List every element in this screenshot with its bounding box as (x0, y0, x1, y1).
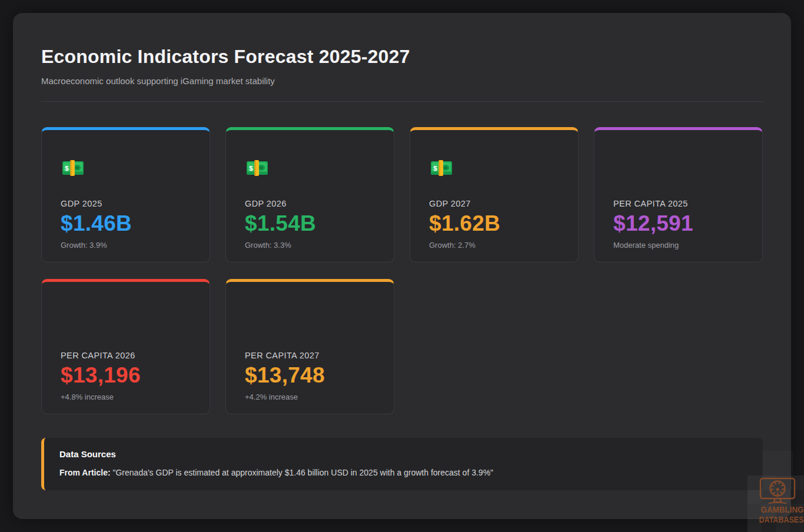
card-value: $12,591 (613, 211, 745, 235)
card-label: GDP 2025 (61, 200, 192, 208)
svg-text:$: $ (65, 165, 69, 172)
card-value: $1.46B (61, 211, 192, 235)
data-sources-text: From Article: "Grenada's GDP is estimate… (59, 467, 747, 478)
data-sources-title: Data Sources (59, 449, 747, 459)
card-label: GDP 2026 (245, 200, 376, 208)
metric-card: PER CAPITA 2026 $13,196 +4.8% increase (41, 279, 210, 414)
metric-card: PER CAPITA 2025 $12,591 Moderate spendin… (594, 127, 763, 262)
metric-card: $ GDP 2026 $1.54B Growth: 3.3% (225, 127, 394, 262)
data-sources-callout: Data Sources From Article: "Grenada's GD… (41, 438, 763, 490)
money-icon: $ (245, 156, 270, 181)
person-icon (245, 308, 270, 332)
metric-card: PER CAPITA 2027 $13,748 +4.2% increase (225, 279, 394, 414)
card-label: PER CAPITA 2027 (245, 351, 376, 360)
data-sources-quote: "Grenada's GDP is estimated at approxima… (111, 468, 493, 477)
watermark-line2: DATABASES (759, 514, 804, 524)
person-icon (613, 156, 638, 181)
card-note: +4.8% increase (61, 393, 192, 401)
metric-card: $ GDP 2027 $1.62B Growth: 2.7% (410, 127, 579, 262)
data-sources-prefix: From Article: (59, 468, 111, 477)
card-label: PER CAPITA 2026 (61, 351, 192, 360)
svg-text:$: $ (249, 165, 253, 172)
svg-text:$: $ (433, 165, 437, 172)
card-note: Growth: 3.3% (245, 241, 376, 250)
slot-machine-monitor-icon: ♠ GAMBLING DATABASES (747, 476, 804, 532)
person-icon (61, 308, 85, 332)
spade-icon: ♠ (776, 485, 780, 493)
watermark-transparency-artifact (762, 451, 793, 476)
page-title: Economic Indicators Forecast 2025-2027 (41, 45, 763, 68)
metric-cards-grid: $ GDP 2025 $1.46B Growth: 3.9% $ GDP 202… (41, 127, 763, 414)
card-value: $13,196 (61, 363, 192, 387)
page-subtitle: Macroeconomic outlook supporting iGaming… (41, 76, 763, 86)
money-icon: $ (61, 156, 85, 181)
header-divider (41, 101, 763, 102)
gambling-databases-watermark: ♠ GAMBLING DATABASES (747, 476, 804, 532)
money-icon: $ (429, 156, 454, 181)
card-note: Moderate spending (613, 241, 745, 250)
card-label: GDP 2027 (429, 200, 560, 208)
card-value: $1.62B (429, 211, 560, 235)
card-note: Growth: 3.9% (61, 241, 192, 250)
card-note: +4.2% increase (245, 393, 376, 401)
card-value: $13,748 (245, 363, 376, 387)
metric-card: $ GDP 2025 $1.46B Growth: 3.9% (41, 127, 210, 262)
dashboard-panel: Economic Indicators Forecast 2025-2027 M… (13, 13, 791, 519)
watermark-line1: GAMBLING (761, 504, 804, 514)
card-note: Growth: 2.7% (429, 241, 560, 250)
card-value: $1.54B (245, 211, 376, 235)
card-label: PER CAPITA 2025 (613, 200, 745, 208)
